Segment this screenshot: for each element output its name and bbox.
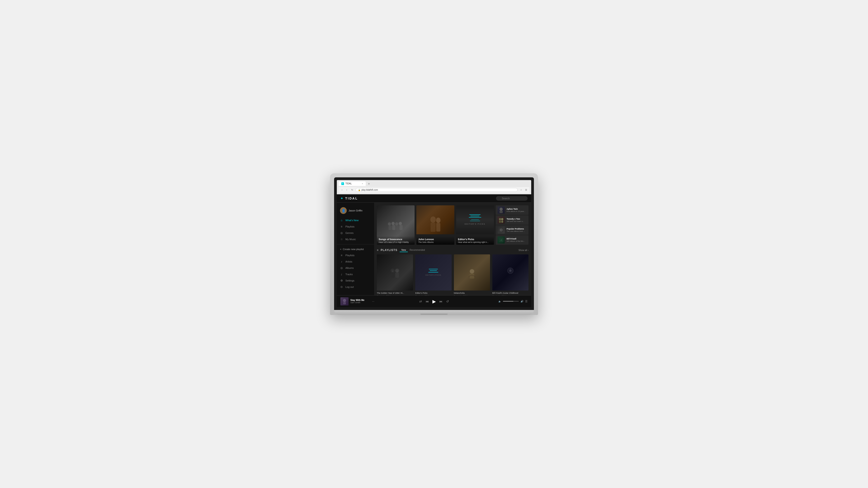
sidebar-item-my-music[interactable]: ☆ My Music [337, 236, 374, 242]
albums-icon: ◎ [340, 266, 343, 269]
tidal-logo-text: TIDAL [345, 197, 358, 200]
playlists-section-title: PLAYLISTS [381, 249, 397, 252]
browser-toolbar: ‹ › ↻ 🔒 play.tidalhifi.com ☆ ☰ [339, 187, 529, 193]
volume-up-icon: 🔊 [521, 300, 523, 302]
svg-rect-6 [396, 225, 399, 230]
bookmark-button[interactable]: ☆ [519, 188, 523, 192]
url-text: play.tidalhifi.com [362, 189, 378, 191]
search-wrapper: 🔍 [496, 196, 528, 201]
sidebar-card-tweedy[interactable]: Tweedy x Two Jeff and Son team u... [496, 215, 528, 225]
sidebar-item-logout[interactable]: ⊙ Log out [337, 284, 374, 290]
sidebar-item-settings[interactable]: ⚙ Settings [337, 278, 374, 284]
sidebar-card-popular-problems[interactable]: Popular Problems The new album from ... [496, 225, 528, 235]
playlists-section-header: ≡ PLAYLISTS New Recommended Show all [377, 248, 528, 252]
repeat-button[interactable]: ↺ [446, 300, 449, 303]
search-input[interactable] [496, 196, 528, 201]
playlist-card-bill-frisell-guitar[interactable]: Bill Frisell's Guitar Childhood Created … [492, 254, 528, 295]
featured-card-editors-picks[interactable]: EDITOR'S PICKS Editor's Picks Hear what … [456, 205, 494, 245]
sidebar-playlists-lib-label: Playlists [345, 254, 354, 257]
settings-icon: ⚙ [340, 279, 343, 282]
refresh-button[interactable]: ↻ [350, 188, 354, 192]
featured-card-john-lennon[interactable]: John Lennon The Solo Albums [416, 205, 454, 245]
svg-text:♪: ♪ [500, 238, 502, 241]
browser-tab-tidal[interactable]: ✦ TIDAL × [339, 182, 366, 186]
bill-frisell-guitar-thumb [492, 254, 528, 291]
playlists-icon: ≡ [340, 225, 343, 228]
sidebar-item-tracks[interactable]: ♩ Tracks [337, 271, 374, 278]
svg-point-14 [499, 218, 501, 220]
sidebar-card-aphex-twin[interactable]: Aphex Twin First album in 13 year... [496, 205, 528, 215]
svg-point-1 [392, 222, 395, 225]
shuffle-button[interactable]: ⇄ [419, 300, 422, 303]
bill-frisell-thumb: ♪ [498, 236, 505, 243]
more-options-button[interactable]: ··· [372, 300, 374, 303]
home-icon: ⌂ [340, 219, 343, 222]
sidebar-playlists-label: Playlists [345, 225, 354, 228]
show-all-chevron-icon: › [528, 249, 528, 252]
playlist-card-editors-picks[interactable]: EDITOR'S PICKS Editor's Picks Created by… [415, 254, 452, 295]
svg-text:✦: ✦ [392, 270, 394, 272]
nav-divider [337, 244, 374, 245]
menu-button[interactable]: ☰ [524, 188, 528, 192]
prev-button[interactable]: ⏮ [426, 300, 429, 303]
volume-section: 🔈 🔊 ☰ [494, 300, 528, 303]
svg-rect-13 [500, 211, 503, 213]
sidebar-card-bill-frisell[interactable]: ♪ Bill Frisell HiFi Album of the Mo... [496, 235, 528, 245]
playlist-card-melancholia[interactable]: Melancholia Created by TIDAL [454, 254, 490, 295]
sidebar-item-artists[interactable]: ♪ Artists [337, 258, 374, 265]
create-playlist-button[interactable]: + Create new playlist [337, 246, 374, 252]
next-button[interactable]: ⏭ [439, 300, 442, 303]
editors-picks-pl-thumb: EDITOR'S PICKS [415, 254, 452, 291]
tab-new[interactable]: New [400, 248, 408, 252]
melancholia-title: Melancholia [454, 292, 490, 294]
editors-picks-image: EDITOR'S PICKS [456, 205, 494, 234]
tab-close-button[interactable]: × [362, 183, 363, 185]
featured-card-songs-of-innocence[interactable]: Songs of Innocence Hear U2's new LP in H… [377, 205, 414, 245]
avatar: 👤 [340, 207, 347, 214]
popular-problems-thumb [498, 226, 505, 234]
featured-grid: Songs of Innocence Hear U2's new LP in H… [377, 205, 528, 245]
tweedy-title: Tweedy x Two [506, 218, 527, 220]
now-playing-info: Stay With Me Sam Smith [350, 299, 369, 304]
svg-point-8 [430, 217, 436, 223]
back-button[interactable]: ‹ [340, 188, 344, 192]
svg-rect-25 [391, 273, 395, 278]
sidebar-item-playlists[interactable]: ≡ Playlists [337, 223, 374, 230]
logout-icon: ⊙ [340, 285, 343, 289]
popular-problems-subtitle: The new album from ... [506, 230, 527, 232]
sidebar: 👤 Jason Griffin ⌂ What's New ≡ Playlists [337, 203, 374, 295]
sidebar-item-albums[interactable]: ◎ Albums [337, 265, 374, 271]
screen: ✦ TIDAL × + ‹ › ↻ [337, 180, 531, 307]
sidebar-item-playlists-lib[interactable]: ≡ Playlists [337, 252, 374, 258]
show-all-button[interactable]: Show all › [519, 249, 528, 252]
tab-label: TIDAL [345, 182, 352, 185]
editors-picks-overlay: Editor's Picks Hear what we're spinning … [456, 236, 494, 245]
john-lennon-overlay: John Lennon The Solo Albums [416, 236, 454, 245]
forward-button[interactable]: › [345, 188, 349, 192]
volume-bar[interactable] [503, 301, 519, 302]
sidebar-artists-label: Artists [345, 260, 352, 263]
tidal-favicon: ✦ [341, 182, 344, 185]
tweedy-info: Tweedy x Two Jeff and Son team u... [506, 218, 527, 222]
address-bar[interactable]: 🔒 play.tidalhifi.com [355, 188, 518, 192]
my-music-icon: ☆ [340, 238, 343, 241]
new-tab-button[interactable]: + [367, 182, 371, 186]
golden-year-title: The Golden Year of 1994: Hi... [377, 292, 413, 294]
tab-recommended[interactable]: Recommended [408, 248, 427, 252]
laptop-base [334, 310, 534, 315]
svg-rect-11 [436, 223, 440, 232]
playlist-card-golden-year[interactable]: ✦ ✦ The Golden Year of 1994: Hi... Creat… [377, 254, 413, 295]
john-lennon-title: John Lennon [418, 238, 452, 240]
songs-of-innocence-overlay: Songs of Innocence Hear U2's new LP in H… [377, 236, 414, 245]
queue-icon[interactable]: ☰ [525, 300, 528, 303]
now-playing-title: Stay With Me [350, 299, 369, 301]
editors-picks-title: Editor's Picks [458, 238, 492, 240]
svg-rect-16 [499, 221, 501, 223]
now-playing-artist: Sam Smith [350, 301, 369, 304]
sidebar-item-genres[interactable]: ◎ Genres [337, 230, 374, 236]
playlist-grid: ✦ ✦ The Golden Year of 1994: Hi... Creat… [377, 254, 528, 295]
tidal-logo-icon: ✦ [340, 197, 344, 200]
play-pause-button[interactable]: ▶ [432, 299, 436, 304]
sidebar-item-whats-new[interactable]: ⌂ What's New [337, 217, 374, 223]
featured-sidebar-cards: Aphex Twin First album in 13 year... [496, 205, 528, 245]
